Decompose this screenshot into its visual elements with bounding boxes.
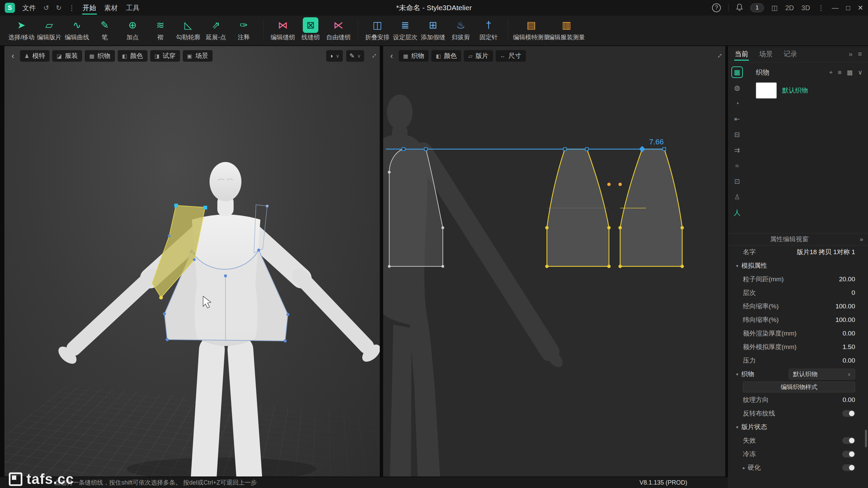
more-menu-icon[interactable]: ⋮ — [68, 4, 75, 12]
flip-grain-toggle[interactable] — [842, 410, 855, 417]
property-row[interactable]: 纹理方向 0.00 — [728, 393, 868, 407]
line-style-dropdown[interactable]: ✎ ∨ — [346, 50, 364, 62]
section-closed-icon[interactable]: ▸ — [743, 465, 745, 470]
tab2-color[interactable]: ◧ 颜色 — [431, 50, 461, 62]
menu-tools[interactable]: 工具 — [125, 1, 140, 15]
bell-icon[interactable] — [736, 3, 743, 13]
tab2-fabric[interactable]: ▦ 织物 — [399, 50, 429, 62]
help-icon[interactable]: ? — [712, 3, 721, 12]
tool-pen[interactable]: ✎ 笔 — [91, 16, 119, 41]
tab2-pattern[interactable]: ▱ 版片 — [464, 50, 493, 62]
tab-garment[interactable]: ◪ 服装 — [52, 50, 82, 62]
property-row[interactable]: 压力 0.00 — [728, 354, 868, 367]
tab-color[interactable]: ◧ 颜色 — [118, 50, 147, 62]
freeze-toggle[interactable] — [842, 451, 855, 458]
tool-annotation[interactable]: ✑ 注释 — [230, 16, 258, 41]
tool-select-move[interactable]: ➤ 选择/移动 — [7, 16, 35, 41]
fabric-list-icon[interactable]: ≡ — [838, 69, 842, 76]
tool-edit-garment-measure[interactable]: ▥ 编辑服装测量 — [549, 16, 584, 41]
fabric-list-item[interactable]: 默认织物 — [746, 80, 868, 103]
pattern-front-right[interactable] — [618, 147, 684, 268]
basting-point[interactable] — [607, 183, 611, 186]
view-3d-button[interactable]: 3D — [802, 4, 810, 12]
tool-free-sewing[interactable]: ⋉ 自由缝纫 — [324, 16, 352, 41]
viewport-3d[interactable]: ‹ ♟ 模特 ◪ 服装 ▦ 织物 ◧ 颜色 ◨ 试穿 ▣ — [4, 46, 380, 476]
property-row[interactable]: 粒子间距(mm) 20.00 — [728, 272, 868, 286]
collapse-properties-icon[interactable]: » — [860, 236, 863, 243]
tool-outline[interactable]: ◺ 勾勒轮廓 — [174, 16, 202, 41]
menu-start[interactable]: 开始 — [82, 1, 97, 15]
print-icon[interactable]: ⊡ — [731, 176, 743, 187]
tool-pin[interactable]: † 固定针 — [475, 16, 502, 41]
tab-fit[interactable]: ◨ 试穿 — [150, 50, 180, 62]
panel-tab-history[interactable]: 记录 — [783, 45, 798, 63]
panel-menu-icon[interactable]: ≡ — [858, 50, 862, 58]
section-pattern-state[interactable]: ▾ 版片状态 — [728, 420, 868, 434]
basting-point[interactable] — [618, 183, 622, 186]
redo-icon[interactable]: ↻ — [56, 4, 62, 12]
undo-icon[interactable]: ↺ — [43, 4, 49, 12]
fabric-select-dropdown[interactable]: 默认织物 ∨ — [789, 369, 855, 380]
view-2d-button[interactable]: 2D — [785, 4, 794, 12]
tool-line-sewing[interactable]: ⊠ 线缝纫 — [297, 16, 324, 41]
tool-add-point[interactable]: ⊕ 加点 — [119, 16, 146, 41]
texture-icon[interactable]: ▦ — [731, 66, 743, 78]
tool-add-basting[interactable]: ⊞ 添加假缝 — [419, 16, 447, 41]
viewport-2d[interactable]: 7.66 ‹ ▦ 织物 ◧ 颜色 ▱ 版片 ↔ 尺寸 ↕ — [383, 46, 725, 476]
tool-edit-curve[interactable]: ∿ 编辑曲线 — [63, 16, 91, 41]
tab2-size[interactable]: ↔ 尺寸 — [496, 50, 526, 62]
render-mode-dropdown[interactable]: ◑ ∨ — [326, 50, 343, 62]
edit-fabric-style-button[interactable]: 编辑织物样式 — [743, 382, 855, 392]
button-icon[interactable]: ◔ — [731, 98, 743, 109]
property-row[interactable]: 层次 0 — [728, 286, 868, 300]
property-row[interactable]: 纬向缩率(%) 100.00 — [728, 313, 868, 327]
tool-fold-arrange[interactable]: ◫ 折叠安排 — [363, 16, 391, 41]
collapse-panel-icon[interactable]: » — [849, 50, 852, 58]
panel-layout-icon[interactable]: ◫ — [771, 4, 778, 12]
property-row[interactable]: 经向缩率(%) 100.00 — [728, 300, 868, 313]
fabric-view-mode-icon[interactable]: ▦ — [847, 68, 853, 76]
add-fabric-icon[interactable]: + — [829, 69, 833, 76]
menu-material[interactable]: 素材 — [104, 1, 119, 15]
wrinkle-icon[interactable]: ≈ — [731, 160, 743, 171]
property-row[interactable]: 额外模拟厚度(mm) 1.50 — [728, 340, 868, 354]
tool-edit-pattern[interactable]: ▱ 编辑版片 — [35, 16, 63, 41]
deactivate-toggle[interactable] — [842, 437, 855, 444]
tab-model[interactable]: ♟ 模特 — [20, 50, 50, 62]
tool-iron[interactable]: ♨ 归拔剪 — [447, 16, 475, 41]
puller-icon[interactable]: ⇤ — [731, 113, 743, 125]
window-more-icon[interactable]: ⋮ — [817, 4, 824, 12]
sphere-icon[interactable]: ◍ — [731, 82, 743, 94]
plate-icon[interactable]: ⊟ — [731, 129, 743, 140]
panel-tab-current[interactable]: 当前 — [734, 45, 749, 63]
close-button[interactable]: ✕ — [857, 4, 863, 12]
section-simulation[interactable]: ▾ 模拟属性 — [728, 259, 868, 272]
harden-toggle[interactable] — [842, 464, 855, 471]
chevron-down-icon[interactable]: ∨ — [858, 68, 863, 76]
property-row[interactable]: 额外渲染厚度(mm) 0.00 — [728, 327, 868, 340]
tool-extend-point[interactable]: ⇗ 延展-点 — [202, 16, 230, 41]
section-fabric[interactable]: ▾ 织物 默认织物 ∨ — [728, 367, 868, 381]
app-logo-icon[interactable]: S — [5, 3, 15, 13]
pattern-name-value[interactable]: 版片18 拷贝 1对称 1 — [797, 248, 855, 257]
panel-tab-scene[interactable]: 场景 — [758, 45, 773, 63]
fabric-swatch[interactable] — [756, 82, 777, 99]
property-row-name[interactable]: 名字 版片18 拷贝 1对称 1 — [728, 245, 868, 259]
maximize-button[interactable]: □ — [846, 4, 850, 12]
tool-set-layer[interactable]: ≣ 设定层次 — [391, 16, 419, 41]
pattern-front-left[interactable] — [545, 147, 611, 268]
minimize-button[interactable]: — — [832, 4, 839, 12]
tool-edit-sewing[interactable]: ⋈ 编辑缝纫 — [269, 16, 297, 41]
stitch-icon[interactable]: ⇉ — [731, 144, 743, 156]
pose-icon[interactable]: 人 — [731, 207, 743, 218]
tool-pleat[interactable]: ≋ 褶 — [146, 16, 174, 41]
back-chevron-icon[interactable]: ‹ — [387, 50, 396, 62]
notification-badge[interactable]: 1 — [750, 3, 764, 12]
panel-scrollbar[interactable] — [865, 430, 867, 447]
tab-scene[interactable]: ▣ 场景 — [183, 50, 213, 62]
avatar-icon[interactable]: ♙ — [731, 191, 743, 203]
menu-file[interactable]: 文件 — [22, 1, 37, 15]
tool-edit-model-measure[interactable]: ▤ 编辑模特测量 — [514, 16, 549, 41]
tab-fabric[interactable]: ▦ 织物 — [85, 50, 115, 62]
back-chevron-icon[interactable]: ‹ — [8, 50, 17, 62]
